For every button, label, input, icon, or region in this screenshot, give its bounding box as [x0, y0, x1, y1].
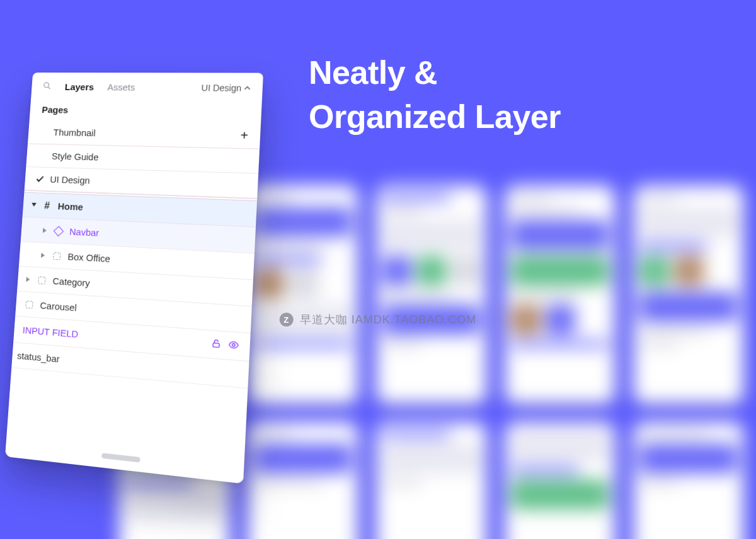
unlock-icon[interactable]	[210, 338, 222, 351]
svg-marker-4	[41, 252, 45, 257]
frame-icon	[52, 250, 62, 261]
svg-point-7	[232, 344, 235, 347]
svg-marker-3	[43, 228, 47, 233]
expand-toggle[interactable]	[43, 228, 48, 233]
svg-rect-6	[213, 343, 219, 347]
layer-label: Home	[57, 200, 83, 212]
headline: Neatly & Organized Layer	[309, 50, 561, 139]
plus-icon[interactable]: +	[240, 129, 248, 142]
layer-tree: # Home Navbar Box Office	[11, 191, 257, 388]
promo-stage: Neatly & Organized Layer	[0, 0, 756, 539]
headline-line-2: Organized Layer	[309, 95, 561, 139]
svg-marker-2	[32, 202, 37, 206]
page-label: UI Design	[50, 174, 90, 186]
pages-heading: Pages	[30, 98, 262, 123]
component-icon	[54, 226, 64, 236]
layer-label: Carousel	[40, 300, 77, 313]
search-icon[interactable]	[42, 81, 52, 92]
file-switcher[interactable]: UI Design	[201, 83, 251, 93]
expand-toggle[interactable]	[41, 252, 46, 257]
frame-icon	[37, 275, 47, 286]
layer-label: status_bar	[17, 350, 60, 364]
svg-line-1	[48, 87, 50, 89]
svg-point-0	[44, 83, 49, 88]
page-label: Thumbnail	[53, 127, 96, 138]
svg-marker-5	[26, 277, 30, 282]
page-label: Style Guide	[52, 151, 99, 162]
chevron-up-icon	[244, 84, 251, 91]
layer-label: Navbar	[69, 226, 100, 238]
expand-toggle[interactable]	[32, 202, 37, 207]
layers-panel: Layers Assets UI Design Pages Thumbnail …	[5, 72, 263, 484]
layer-label: Box Office	[67, 251, 111, 264]
frame-icon	[24, 299, 34, 310]
expand-toggle[interactable]	[26, 277, 31, 282]
tab-layers[interactable]: Layers	[64, 82, 94, 93]
layer-label: Category	[52, 275, 90, 289]
tab-assets[interactable]: Assets	[107, 82, 135, 93]
file-name: UI Design	[201, 83, 241, 93]
layer-label: INPUT FIELD	[22, 325, 78, 340]
headline-line-1: Neatly &	[309, 50, 561, 95]
frame-icon: #	[42, 200, 52, 211]
visibility-icon[interactable]	[228, 339, 239, 352]
check-icon	[35, 175, 44, 183]
panel-tabs: Layers Assets UI Design	[31, 72, 263, 100]
